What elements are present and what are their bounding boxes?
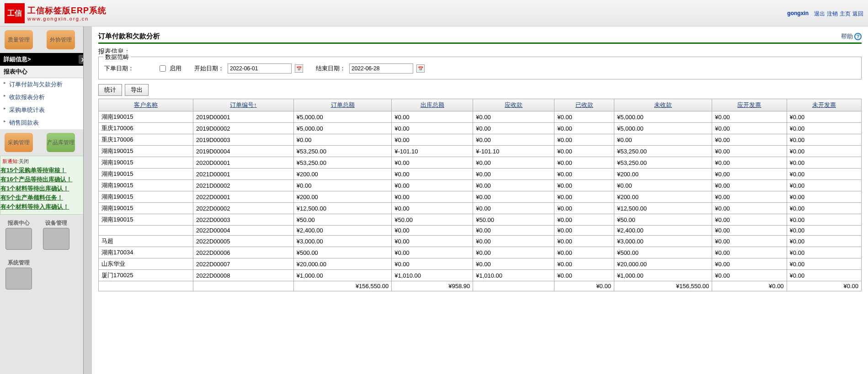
table-row: 马超2022D00005¥3,000.00¥0.00¥0.00¥0.00¥3,0… xyxy=(99,236,862,247)
table-cell: ¥0.00 xyxy=(787,236,861,247)
menu-order-payment[interactable]: 订单付款与欠款分析 xyxy=(0,78,91,91)
col-header[interactable]: 未收款 xyxy=(614,99,712,111)
table-cell: 湖南190015 xyxy=(99,180,193,191)
order-date-label: 下单日期： xyxy=(104,64,134,73)
end-date-label: 结束日期： xyxy=(316,64,346,73)
table-row: 湖南1900152021D00002¥0.00¥0.00¥0.00¥0.00¥0… xyxy=(99,180,862,191)
table-cell: ¥0.00 xyxy=(554,180,614,191)
table-cell: ¥53,250.00 xyxy=(614,157,712,169)
table-cell: 湖南190015 xyxy=(99,157,193,169)
table-row: 湖南1900152020D00001¥53,250.00¥0.00¥0.00¥0… xyxy=(99,157,862,169)
table-cell: ¥0.00 xyxy=(787,146,861,157)
col-header[interactable]: 已收款 xyxy=(554,99,614,111)
table-cell: 2019D00002 xyxy=(193,123,294,134)
table-cell: 重庆170006 xyxy=(99,134,193,146)
table-cell: 湖南190015 xyxy=(99,111,193,123)
col-header[interactable]: 订单总额 xyxy=(293,99,391,111)
export-button[interactable]: 导出 xyxy=(125,84,149,96)
help-icon: ? xyxy=(854,33,862,40)
notify-line[interactable]: 有15个采购单等待审核！ xyxy=(0,166,88,175)
table-cell: 2022D00004 xyxy=(193,226,294,236)
table-cell: ¥0.00 xyxy=(554,157,614,169)
table-cell: ¥0.00 xyxy=(787,214,861,226)
section-title: 报表中心 xyxy=(0,66,91,78)
table-cell: ¥53,250.00 xyxy=(293,157,391,169)
menu-sales-receipt[interactable]: 销售回款表 xyxy=(0,116,91,129)
tile-outsource[interactable]: 外协管理 xyxy=(47,30,75,49)
tile-report-center[interactable]: 报表中心 xyxy=(5,219,33,250)
table-cell: ¥0.00 xyxy=(712,123,787,134)
col-header[interactable]: 订单编号↑ xyxy=(193,99,294,111)
notify-line[interactable]: 有16个产品等待出库确认！ xyxy=(0,175,88,184)
menu-purchase-stat[interactable]: 采购单统计表 xyxy=(0,104,91,116)
footer-cell: ¥958.90 xyxy=(392,281,473,291)
table-cell: ¥0.00 xyxy=(712,157,787,169)
col-header[interactable]: 应收款 xyxy=(473,99,554,111)
table-cell: ¥0.00 xyxy=(392,191,473,203)
col-header[interactable]: 未开发票 xyxy=(787,99,861,111)
table-cell: ¥0.00 xyxy=(712,236,787,247)
start-date-input[interactable] xyxy=(228,63,292,74)
enable-label: 启用 xyxy=(170,64,181,73)
col-header[interactable]: 出库总额 xyxy=(392,99,473,111)
table-cell: ¥3,000.00 xyxy=(293,236,391,247)
filter-fieldset: 数据范畴 下单日期： 启用 开始日期： 📅 结束日期： 📅 xyxy=(98,57,862,79)
table-cell: ¥0.00 xyxy=(473,226,554,236)
tile-quality[interactable]: 质量管理 xyxy=(5,30,33,49)
link-logout[interactable]: 退出 xyxy=(814,10,825,18)
table-cell: ¥0.00 xyxy=(712,203,787,214)
table-cell: ¥50.00 xyxy=(614,214,712,226)
table-cell: ¥0.00 xyxy=(787,180,861,191)
col-header[interactable]: 应开发票 xyxy=(712,99,787,111)
notify-line[interactable]: 有4个材料等待入库确认！ xyxy=(0,202,88,211)
table-cell: ¥53,250.00 xyxy=(614,146,712,157)
table-cell: ¥0.00 xyxy=(554,214,614,226)
table-cell: 2021D00002 xyxy=(193,180,294,191)
tile-device-mgmt[interactable]: 设备管理 xyxy=(42,219,70,250)
table-cell: ¥50.00 xyxy=(473,214,554,226)
table-cell: ¥0.00 xyxy=(787,123,861,134)
table-cell: ¥0.00 xyxy=(392,111,473,123)
table-cell: ¥0.00 xyxy=(787,258,861,270)
notify-line[interactable]: 有1个材料等待出库确认！ xyxy=(0,184,88,193)
table-cell: ¥1,000.00 xyxy=(293,270,391,281)
table-cell: ¥12,500.00 xyxy=(614,203,712,214)
table-cell: ¥0.00 xyxy=(554,270,614,281)
link-home[interactable]: 主页 xyxy=(840,10,851,18)
scrollbar[interactable] xyxy=(83,26,91,374)
table-cell: ¥2,400.00 xyxy=(614,226,712,236)
table-cell: 2019D00001 xyxy=(193,111,294,123)
menu-receipt-report[interactable]: 收款报表分析 xyxy=(0,91,91,104)
table-cell: 2019D00004 xyxy=(193,146,294,157)
table-cell: ¥53,250.00 xyxy=(293,146,391,157)
stat-button[interactable]: 统计 xyxy=(98,84,122,96)
tile-product-warehouse[interactable]: 产品库管理 xyxy=(47,133,75,152)
tile-system-mgmt[interactable]: 系统管理 xyxy=(5,259,33,290)
link-back[interactable]: 返回 xyxy=(852,10,863,18)
calendar-icon[interactable]: 📅 xyxy=(295,64,303,73)
printer-icon xyxy=(5,228,32,250)
end-date-input[interactable] xyxy=(349,63,413,74)
table-cell: ¥200.00 xyxy=(293,191,391,203)
table-cell: 湖南190015 xyxy=(99,146,193,157)
table-cell: ¥0.00 xyxy=(712,191,787,203)
table-cell: ¥0.00 xyxy=(712,270,787,281)
table-cell: ¥12,500.00 xyxy=(293,203,391,214)
table-cell: 湖南190015 xyxy=(99,191,193,203)
table-cell: ¥0.00 xyxy=(392,258,473,270)
link-signoff[interactable]: 注销 xyxy=(827,10,838,18)
col-header[interactable]: 客户名称 xyxy=(99,99,193,111)
table-row: 重庆1700062019D00003¥0.00¥0.00¥0.00¥0.00¥0… xyxy=(99,134,862,146)
notify-close-label[interactable]: 关闭 xyxy=(19,158,29,164)
table-row: 厦门1700252022D00008¥1,000.00¥1,010.00¥1,0… xyxy=(99,270,862,281)
table-cell: 马超 xyxy=(99,236,193,247)
notify-line[interactable]: 有5个生产单领料任务！ xyxy=(0,193,88,202)
tile-purchase[interactable]: 采购管理 xyxy=(5,133,33,152)
logo-block: 工信 工信标签版ERP系统 www.gongxin.org.cn xyxy=(5,3,107,23)
table-cell: 厦门170025 xyxy=(99,270,193,281)
table-cell: ¥0.00 xyxy=(473,111,554,123)
calendar-icon[interactable]: 📅 xyxy=(416,64,425,73)
help-link[interactable]: 帮助 ? xyxy=(841,32,862,41)
table-cell: ¥0.00 xyxy=(473,180,554,191)
enable-checkbox[interactable] xyxy=(160,65,166,72)
